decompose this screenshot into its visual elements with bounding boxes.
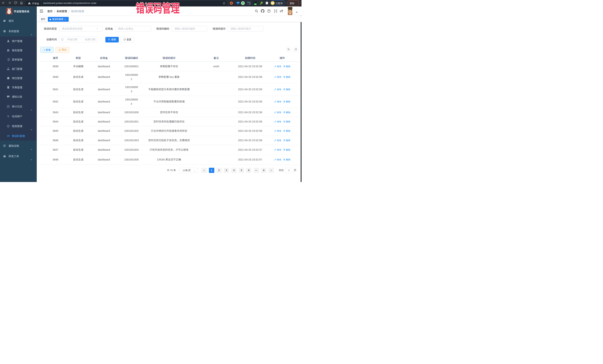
svg-text:on: on: [255, 3, 256, 5]
